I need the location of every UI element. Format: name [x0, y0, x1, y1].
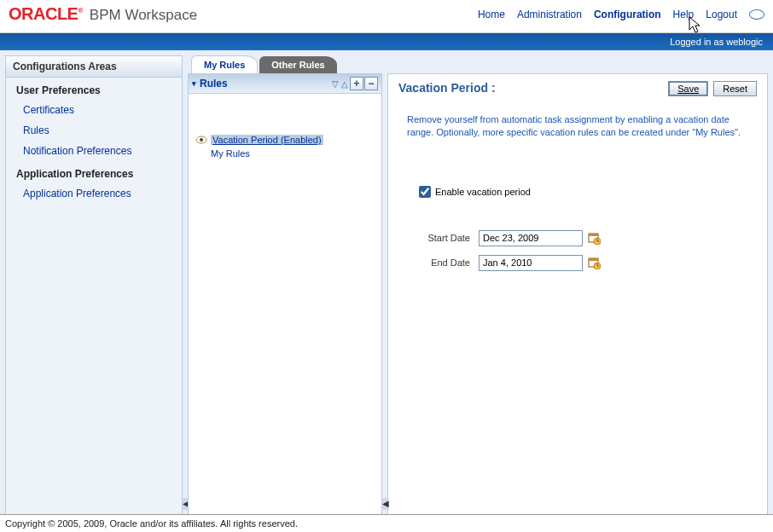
move-up-icon[interactable]: △ [340, 79, 349, 89]
product-title: BPM Workspace [90, 7, 197, 24]
nav-home[interactable]: Home [478, 9, 505, 20]
svg-rect-3 [589, 234, 598, 236]
reset-button[interactable]: Reset [713, 81, 757, 96]
nav-item-notification-preferences[interactable]: Notification Preferences [6, 141, 182, 161]
start-date-label: Start Date [419, 233, 470, 243]
rules-tabs: My Rules Other Rules [188, 55, 382, 73]
end-date-calendar-icon[interactable] [588, 257, 601, 269]
oracle-o-icon [749, 9, 764, 20]
footer: Copyright © 2005, 2009, Oracle and/or it… [0, 514, 773, 532]
oracle-logo-text: ORACLE [9, 4, 78, 23]
rules-list: Vacation Period (Enabled) My Rules [189, 94, 381, 165]
vacation-title: Vacation Period : [398, 81, 496, 95]
detail-column: Vacation Period : Save Reset Remove your… [387, 55, 768, 515]
svg-point-1 [200, 138, 203, 142]
top-bar: ORACLE® BPM Workspace Home Administratio… [0, 0, 773, 33]
nav-item-certificates[interactable]: Certificates [6, 100, 182, 120]
rules-header-left: ▾ Rules [192, 78, 228, 90]
enable-vacation-checkbox[interactable] [419, 186, 431, 198]
remove-rule-button[interactable]: − [364, 77, 378, 90]
nav-item-rules[interactable]: Rules [6, 120, 182, 141]
save-button[interactable]: Save [668, 81, 708, 96]
login-bar: Logged in as weblogic [0, 33, 773, 50]
rule-link-my-rules[interactable]: My Rules [211, 148, 375, 159]
vacation-header-row: Vacation Period : Save Reset [398, 81, 757, 96]
enable-vacation-label: Enable vacation period [435, 187, 531, 197]
end-date-label: End Date [419, 257, 470, 268]
splitter-center: ◀ [382, 55, 387, 515]
rules-panel: ▾ Rules ▽ △ + − Vacation Period (Enabled… [188, 73, 382, 515]
login-status: Logged in as weblogic [670, 37, 763, 47]
end-date-input[interactable] [479, 255, 583, 271]
main-area: Configurations Areas User Preferences Ce… [0, 50, 773, 518]
app-prefs-section: Application Preferences [6, 161, 182, 183]
config-areas-header: Configurations Areas [6, 56, 182, 78]
nav-help[interactable]: Help [673, 9, 695, 20]
move-down-icon[interactable]: ▽ [331, 79, 340, 89]
nav-logout[interactable]: Logout [706, 9, 737, 20]
vacation-description: Remove yourself from automatic task assi… [407, 113, 757, 140]
copyright-text: Copyright © 2005, 2009, Oracle and/or it… [5, 518, 298, 529]
enable-row: Enable vacation period [419, 186, 757, 198]
end-date-row: End Date [419, 255, 757, 271]
rule-link-vacation[interactable]: Vacation Period (Enabled) [211, 135, 323, 145]
tab-my-rules[interactable]: My Rules [191, 55, 258, 73]
rule-item-vacation[interactable]: Vacation Period (Enabled) [195, 135, 375, 145]
user-prefs-section: User Preferences [6, 78, 182, 100]
nav-configuration[interactable]: Configuration [594, 9, 661, 20]
vacation-icon [195, 136, 207, 144]
start-date-input[interactable] [479, 230, 583, 246]
rules-toolbar: ▽ △ + − [331, 77, 378, 90]
nav-item-application-preferences[interactable]: Application Preferences [6, 183, 182, 204]
start-date-calendar-icon[interactable] [588, 232, 601, 245]
rules-panel-header: ▾ Rules ▽ △ + − [189, 74, 381, 94]
tab-other-rules[interactable]: Other Rules [259, 56, 336, 73]
rules-header-title: Rules [200, 78, 228, 90]
splitter-handle-center[interactable]: ◀ [382, 498, 387, 510]
oracle-logo-suffix: ® [78, 7, 82, 14]
vacation-panel: Vacation Period : Save Reset Remove your… [387, 73, 768, 515]
oracle-logo: ORACLE® [9, 4, 83, 24]
nav-administration[interactable]: Administration [517, 9, 582, 20]
svg-rect-6 [589, 258, 598, 261]
brand: ORACLE® BPM Workspace [9, 4, 197, 24]
vacation-buttons: Save Reset [668, 81, 757, 96]
config-areas-panel: Configurations Areas User Preferences Ce… [5, 55, 183, 515]
start-date-row: Start Date [419, 230, 757, 246]
top-nav: Home Administration Configuration Help L… [478, 9, 764, 20]
rules-column: My Rules Other Rules ▾ Rules ▽ △ + − [188, 55, 382, 515]
collapse-icon[interactable]: ▾ [192, 79, 196, 88]
add-rule-button[interactable]: + [350, 77, 363, 90]
